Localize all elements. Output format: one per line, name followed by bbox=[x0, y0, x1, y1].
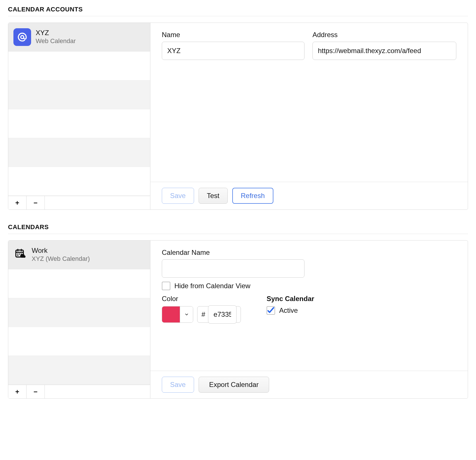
list-item[interactable] bbox=[8, 109, 150, 138]
list-item[interactable] bbox=[8, 269, 150, 298]
calendars-panel: Work XYZ (Web Calendar) + − Calendar Nam… bbox=[8, 240, 468, 399]
divider bbox=[8, 16, 468, 16]
calendar-detail: Calendar Name Hide from Calendar View Co… bbox=[150, 241, 468, 398]
footer-spacer bbox=[45, 385, 150, 398]
color-swatch bbox=[162, 306, 180, 322]
name-label: Name bbox=[162, 31, 304, 39]
color-hex-field[interactable]: # bbox=[197, 306, 241, 323]
save-button[interactable]: Save bbox=[162, 188, 194, 204]
list-item[interactable] bbox=[8, 167, 150, 196]
test-button[interactable]: Test bbox=[199, 188, 228, 204]
calendar-name: Work bbox=[32, 247, 90, 255]
remove-account-button[interactable]: − bbox=[27, 196, 45, 209]
footer-spacer bbox=[45, 196, 150, 209]
calendar-name-label: Calendar Name bbox=[162, 249, 304, 257]
account-name: XYZ bbox=[36, 29, 76, 37]
accounts-panel: XYZ Web Calendar + − Name bbox=[8, 23, 468, 210]
account-subtitle: Web Calendar bbox=[36, 37, 76, 45]
svg-rect-6 bbox=[19, 254, 20, 255]
export-calendar-button[interactable]: Export Calendar bbox=[199, 377, 269, 393]
add-calendar-button[interactable]: + bbox=[8, 385, 27, 398]
calendars-sidebar: Work XYZ (Web Calendar) + − bbox=[8, 241, 150, 398]
accounts-list: XYZ Web Calendar bbox=[8, 23, 150, 196]
calendars-list-footer: + − bbox=[8, 385, 150, 398]
calendar-name-input[interactable] bbox=[162, 259, 304, 278]
list-item[interactable] bbox=[8, 80, 150, 109]
svg-rect-8 bbox=[17, 255, 19, 256]
account-name-input[interactable] bbox=[162, 42, 304, 60]
refresh-button[interactable]: Refresh bbox=[232, 188, 273, 204]
add-account-button[interactable]: + bbox=[8, 196, 27, 209]
calendar-actions: Save Export Calendar bbox=[150, 371, 468, 398]
calendars-list: Work XYZ (Web Calendar) bbox=[8, 241, 150, 385]
hide-from-view-checkbox[interactable] bbox=[162, 282, 170, 290]
chevron-down-icon bbox=[180, 306, 193, 322]
divider bbox=[8, 234, 468, 234]
hash-label: # bbox=[201, 310, 205, 318]
accounts-list-footer: + − bbox=[8, 196, 150, 209]
section-title-accounts: CALENDAR ACCOUNTS bbox=[8, 6, 468, 13]
calendar-subtitle: XYZ (Web Calendar) bbox=[32, 255, 90, 263]
account-detail: Name Address Save Test Refresh bbox=[150, 23, 468, 209]
active-checkbox[interactable] bbox=[267, 306, 275, 315]
calendar-list-item[interactable]: Work XYZ (Web Calendar) bbox=[8, 241, 150, 269]
color-swatch-picker[interactable] bbox=[162, 306, 193, 323]
list-item[interactable] bbox=[8, 327, 150, 356]
account-address-input[interactable] bbox=[312, 42, 456, 60]
account-list-item[interactable]: XYZ Web Calendar bbox=[8, 23, 150, 52]
save-button[interactable]: Save bbox=[162, 377, 194, 393]
account-actions: Save Test Refresh bbox=[150, 182, 468, 209]
active-label: Active bbox=[279, 306, 298, 314]
sync-label: Sync Calendar bbox=[267, 295, 314, 303]
accounts-sidebar: XYZ Web Calendar + − bbox=[8, 23, 150, 209]
svg-rect-5 bbox=[17, 254, 19, 255]
at-sign-icon bbox=[13, 28, 31, 46]
color-hex-input[interactable] bbox=[208, 305, 237, 324]
list-item[interactable] bbox=[8, 298, 150, 327]
list-item[interactable] bbox=[8, 356, 150, 385]
address-label: Address bbox=[312, 31, 456, 39]
list-item[interactable] bbox=[8, 52, 150, 80]
remove-calendar-button[interactable]: − bbox=[27, 385, 45, 398]
color-label: Color bbox=[162, 295, 241, 303]
section-title-calendars: CALENDARS bbox=[8, 223, 468, 231]
list-item[interactable] bbox=[8, 138, 150, 167]
hide-label: Hide from Calendar View bbox=[174, 282, 250, 290]
calendar-cloud-icon bbox=[15, 249, 27, 261]
